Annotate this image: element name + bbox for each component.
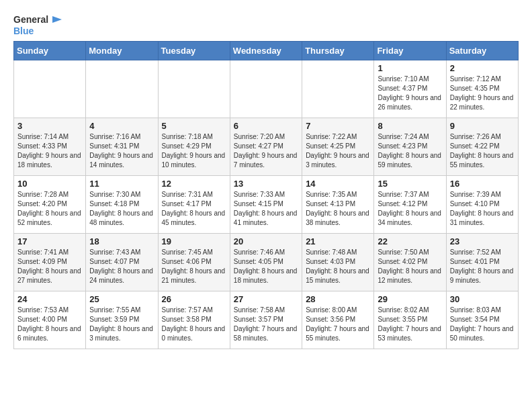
calendar-cell: 7Sunrise: 7:22 AM Sunset: 4:25 PM Daylig…: [302, 118, 374, 175]
day-number: 26: [162, 294, 226, 304]
day-number: 9: [450, 121, 515, 131]
calendar-cell: 8Sunrise: 7:24 AM Sunset: 4:23 PM Daylig…: [374, 118, 446, 175]
calendar-week-row: 3Sunrise: 7:14 AM Sunset: 4:33 PM Daylig…: [14, 118, 519, 175]
day-number: 24: [17, 294, 82, 304]
calendar-week-row: 17Sunrise: 7:41 AM Sunset: 4:09 PM Dayli…: [14, 233, 519, 291]
page-header: General Blue: [13, 11, 519, 37]
weekday-header: Sunday: [14, 41, 86, 60]
calendar-table: SundayMondayTuesdayWednesdayThursdayFrid…: [13, 41, 519, 349]
calendar-cell: 18Sunrise: 7:43 AM Sunset: 4:07 PM Dayli…: [86, 233, 158, 291]
calendar-cell: 30Sunrise: 8:03 AM Sunset: 3:54 PM Dayli…: [446, 291, 518, 349]
calendar-cell: 1Sunrise: 7:10 AM Sunset: 4:37 PM Daylig…: [374, 60, 446, 118]
calendar-cell: [14, 60, 86, 118]
day-info: Sunrise: 7:57 AM Sunset: 3:58 PM Dayligh…: [162, 306, 226, 343]
day-number: 30: [450, 294, 515, 304]
day-number: 12: [162, 179, 226, 189]
day-info: Sunrise: 7:48 AM Sunset: 4:03 PM Dayligh…: [306, 248, 370, 285]
day-number: 15: [378, 179, 442, 189]
calendar-cell: 12Sunrise: 7:31 AM Sunset: 4:17 PM Dayli…: [158, 175, 230, 233]
day-info: Sunrise: 7:37 AM Sunset: 4:12 PM Dayligh…: [378, 190, 442, 228]
logo-container: General Blue: [13, 13, 62, 37]
day-number: 10: [17, 179, 82, 189]
day-number: 25: [89, 294, 154, 304]
day-info: Sunrise: 7:46 AM Sunset: 4:05 PM Dayligh…: [234, 248, 298, 285]
day-info: Sunrise: 7:18 AM Sunset: 4:29 PM Dayligh…: [162, 132, 226, 170]
day-info: Sunrise: 7:58 AM Sunset: 3:57 PM Dayligh…: [234, 306, 298, 343]
calendar-cell: 16Sunrise: 7:39 AM Sunset: 4:10 PM Dayli…: [446, 175, 518, 233]
day-info: Sunrise: 8:03 AM Sunset: 3:54 PM Dayligh…: [450, 306, 515, 343]
day-number: 14: [306, 179, 370, 189]
weekday-header: Thursday: [302, 41, 374, 60]
calendar-cell: 20Sunrise: 7:46 AM Sunset: 4:05 PM Dayli…: [230, 233, 302, 291]
calendar-header-row: SundayMondayTuesdayWednesdayThursdayFrid…: [14, 41, 519, 60]
day-info: Sunrise: 7:31 AM Sunset: 4:17 PM Dayligh…: [162, 190, 226, 228]
day-number: 3: [17, 121, 82, 131]
calendar-cell: 17Sunrise: 7:41 AM Sunset: 4:09 PM Dayli…: [14, 233, 86, 291]
calendar-cell: 23Sunrise: 7:52 AM Sunset: 4:01 PM Dayli…: [446, 233, 518, 291]
calendar-cell: 22Sunrise: 7:50 AM Sunset: 4:02 PM Dayli…: [374, 233, 446, 291]
logo: General Blue: [13, 13, 62, 37]
day-info: Sunrise: 7:33 AM Sunset: 4:15 PM Dayligh…: [234, 190, 298, 228]
day-info: Sunrise: 8:02 AM Sunset: 3:55 PM Dayligh…: [378, 306, 442, 343]
day-number: 13: [234, 179, 298, 189]
day-number: 20: [234, 236, 298, 246]
day-info: Sunrise: 7:20 AM Sunset: 4:27 PM Dayligh…: [234, 132, 298, 170]
calendar-cell: [230, 60, 302, 118]
day-info: Sunrise: 7:30 AM Sunset: 4:18 PM Dayligh…: [89, 190, 154, 228]
weekday-header: Wednesday: [230, 41, 302, 60]
day-info: Sunrise: 7:28 AM Sunset: 4:20 PM Dayligh…: [17, 190, 82, 228]
day-info: Sunrise: 7:53 AM Sunset: 4:00 PM Dayligh…: [17, 306, 82, 343]
day-number: 22: [378, 236, 442, 246]
day-number: 11: [89, 179, 154, 189]
day-number: 19: [162, 236, 226, 246]
day-number: 21: [306, 236, 370, 246]
calendar-week-row: 10Sunrise: 7:28 AM Sunset: 4:20 PM Dayli…: [14, 175, 519, 233]
calendar-cell: 28Sunrise: 8:00 AM Sunset: 3:56 PM Dayli…: [302, 291, 374, 349]
day-info: Sunrise: 7:10 AM Sunset: 4:37 PM Dayligh…: [378, 75, 442, 112]
calendar-week-row: 24Sunrise: 7:53 AM Sunset: 4:00 PM Dayli…: [14, 291, 519, 349]
day-info: Sunrise: 7:16 AM Sunset: 4:31 PM Dayligh…: [89, 132, 154, 170]
day-info: Sunrise: 7:39 AM Sunset: 4:10 PM Dayligh…: [450, 190, 515, 228]
day-number: 1: [378, 63, 442, 73]
day-number: 23: [450, 236, 515, 246]
calendar-cell: 4Sunrise: 7:16 AM Sunset: 4:31 PM Daylig…: [86, 118, 158, 175]
day-info: Sunrise: 7:50 AM Sunset: 4:02 PM Dayligh…: [378, 248, 442, 285]
day-info: Sunrise: 7:22 AM Sunset: 4:25 PM Dayligh…: [306, 132, 370, 170]
day-number: 28: [306, 294, 370, 304]
day-number: 5: [162, 121, 226, 131]
calendar-cell: 10Sunrise: 7:28 AM Sunset: 4:20 PM Dayli…: [14, 175, 86, 233]
calendar-cell: 26Sunrise: 7:57 AM Sunset: 3:58 PM Dayli…: [158, 291, 230, 349]
calendar-cell: 19Sunrise: 7:45 AM Sunset: 4:06 PM Dayli…: [158, 233, 230, 291]
weekday-header: Monday: [86, 41, 158, 60]
calendar-cell: [86, 60, 158, 118]
day-info: Sunrise: 8:00 AM Sunset: 3:56 PM Dayligh…: [306, 306, 370, 343]
day-number: 8: [378, 121, 442, 131]
logo-text-blue: Blue: [13, 26, 34, 37]
calendar-cell: [158, 60, 230, 118]
day-number: 4: [89, 121, 154, 131]
logo-arrow-icon: [50, 13, 62, 26]
weekday-header: Friday: [374, 41, 446, 60]
calendar-cell: 3Sunrise: 7:14 AM Sunset: 4:33 PM Daylig…: [14, 118, 86, 175]
calendar-cell: 2Sunrise: 7:12 AM Sunset: 4:35 PM Daylig…: [446, 60, 518, 118]
day-number: 7: [306, 121, 370, 131]
svg-marker-0: [52, 16, 62, 23]
calendar-cell: 9Sunrise: 7:26 AM Sunset: 4:22 PM Daylig…: [446, 118, 518, 175]
day-info: Sunrise: 7:14 AM Sunset: 4:33 PM Dayligh…: [17, 132, 82, 170]
day-info: Sunrise: 7:41 AM Sunset: 4:09 PM Dayligh…: [17, 248, 82, 285]
day-number: 6: [234, 121, 298, 131]
calendar-cell: 25Sunrise: 7:55 AM Sunset: 3:59 PM Dayli…: [86, 291, 158, 349]
weekday-header: Saturday: [446, 41, 518, 60]
calendar-cell: 14Sunrise: 7:35 AM Sunset: 4:13 PM Dayli…: [302, 175, 374, 233]
day-info: Sunrise: 7:35 AM Sunset: 4:13 PM Dayligh…: [306, 190, 370, 228]
day-info: Sunrise: 7:52 AM Sunset: 4:01 PM Dayligh…: [450, 248, 515, 285]
calendar-cell: 15Sunrise: 7:37 AM Sunset: 4:12 PM Dayli…: [374, 175, 446, 233]
calendar-cell: 27Sunrise: 7:58 AM Sunset: 3:57 PM Dayli…: [230, 291, 302, 349]
day-info: Sunrise: 7:55 AM Sunset: 3:59 PM Dayligh…: [89, 306, 154, 343]
day-info: Sunrise: 7:24 AM Sunset: 4:23 PM Dayligh…: [378, 132, 442, 170]
day-info: Sunrise: 7:12 AM Sunset: 4:35 PM Dayligh…: [450, 75, 515, 112]
day-info: Sunrise: 7:43 AM Sunset: 4:07 PM Dayligh…: [89, 248, 154, 285]
day-number: 2: [450, 63, 515, 73]
calendar-cell: 5Sunrise: 7:18 AM Sunset: 4:29 PM Daylig…: [158, 118, 230, 175]
calendar-week-row: 1Sunrise: 7:10 AM Sunset: 4:37 PM Daylig…: [14, 60, 519, 118]
